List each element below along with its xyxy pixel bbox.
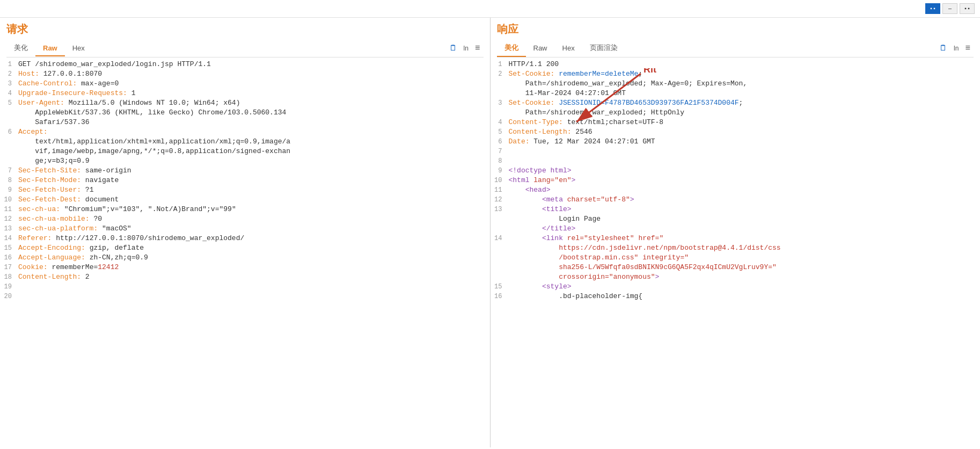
table-row: 3Set-Cookie: JSESSIONID=F4787BD4653D9397… (491, 98, 981, 108)
line-number: 2 (0, 69, 16, 79)
line-number: 13 (0, 224, 16, 234)
line-content: <html lang="en"> (507, 176, 981, 185)
line-content: text/html,application/xhtml+xml,applicat… (16, 137, 490, 147)
menu-icon-left[interactable]: ≡ (472, 41, 484, 55)
line-number (0, 118, 16, 127)
table-row: vif,image/webp,image/apng,*/*;q=0.8,appl… (0, 147, 490, 156)
line-content: Path=/shirodemo_war_exploded; HttpOnly (507, 108, 981, 118)
response-panel: 响应 美化 Raw Hex 页面渲染 🗒 ln ≡ 1HTTP/1.1 2002… (491, 18, 981, 447)
line-content: AppleWebKit/537.36 (KHTML, like Gecko) C… (16, 108, 490, 118)
table-row: 4Content-Type: text/html;charset=UTF-8 (491, 118, 981, 127)
line-content (507, 156, 981, 166)
line-number: 3 (491, 98, 507, 108)
line-number (0, 108, 16, 118)
line-content: Cache-Control: max-age=0 (16, 79, 490, 89)
line-content: vif,image/webp,image/apng,*/*;q=0.8,appl… (16, 147, 490, 156)
line-content: Sec-Fetch-User: ?1 (16, 185, 490, 195)
table-row: 2Host: 127.0.0.1:8070 (0, 69, 490, 79)
tab-beautify-left[interactable]: 美化 (6, 40, 35, 57)
line-number: 15 (491, 282, 507, 292)
request-tab-bar: 美化 Raw Hex 🗒 ln ≡ (6, 40, 484, 57)
line-number: 1 (491, 60, 507, 69)
line-number (0, 147, 16, 156)
line-content: GET /shirodemo_war_exploded/login.jsp HT… (16, 60, 490, 69)
line-number (491, 89, 507, 98)
main-layout: 请求 美化 Raw Hex 🗒 ln ≡ 1GET /shirodemo_war… (0, 18, 980, 447)
line-content (16, 282, 490, 292)
table-row: 10Sec-Fetch-Dest: document (0, 195, 490, 205)
line-content: Date: Tue, 12 Mar 2024 04:27:01 GMT (507, 137, 981, 147)
table-row: 7Sec-Fetch-Site: same-origin (0, 166, 490, 176)
table-row: sha256-L/W5Wfqfa0sdBNIKN9cG6QA5F2qx4qICm… (491, 263, 981, 272)
copy-icon-left[interactable]: 🗒 (446, 41, 460, 55)
layout-btn-3[interactable]: ▪▪ (960, 3, 975, 14)
table-row: 1HTTP/1.1 200 (491, 60, 981, 69)
line-number (491, 224, 507, 234)
table-row: 13sec-ch-ua-platform: "macOS" (0, 224, 490, 234)
table-row: 1GET /shirodemo_war_exploded/login.jsp H… (0, 60, 490, 69)
line-number: 11 (491, 185, 507, 195)
line-number: 13 (491, 205, 507, 214)
line-content: Safari/537.36 (16, 118, 490, 127)
line-number (0, 137, 16, 147)
line-content: Cookie: rememberMe=12412 (16, 263, 490, 272)
line-number: 18 (0, 272, 16, 282)
line-number: 14 (0, 234, 16, 243)
line-content: Accept-Language: zh-CN,zh;q=0.9 (16, 253, 490, 263)
table-row: 12sec-ch-ua-mobile: ?0 (0, 214, 490, 224)
tab-raw-left[interactable]: Raw (35, 41, 65, 56)
table-row: 8 (491, 156, 981, 166)
tab-hex-right[interactable]: Hex (555, 41, 582, 56)
tab-beautify-right[interactable]: 美化 (497, 40, 526, 57)
line-content: sec-ch-ua: "Chromium";v="103", ".Not/A)B… (16, 205, 490, 214)
line-number: 7 (0, 166, 16, 176)
menu-icon-right[interactable]: ≡ (962, 41, 974, 55)
line-content: <head> (507, 185, 981, 195)
line-content: <meta charset="utf-8"> (507, 195, 981, 205)
line-number: 3 (0, 79, 16, 89)
line-content (507, 147, 981, 156)
table-row: 12 <meta charset="utf-8"> (491, 195, 981, 205)
line-content: 11-Mar-2024 04:27:01 GMT (507, 89, 981, 98)
layout-btn-1[interactable]: ▪▪ (925, 3, 940, 14)
line-number (491, 253, 507, 263)
tab-hex-left[interactable]: Hex (65, 41, 92, 56)
line-number: 4 (491, 118, 507, 127)
tab-raw-right[interactable]: Raw (526, 41, 555, 56)
line-content: <title> (507, 205, 981, 214)
line-content: User-Agent: Mozilla/5.0 (Windows NT 10.0… (16, 98, 490, 108)
table-row: AppleWebKit/537.36 (KHTML, like Gecko) C… (0, 108, 490, 118)
line-number: 11 (0, 205, 16, 214)
line-number: 8 (0, 176, 16, 185)
table-row: </title> (491, 224, 981, 234)
ln-label-left[interactable]: ln (460, 42, 472, 54)
line-number: 6 (0, 127, 16, 137)
line-number: 14 (491, 234, 507, 243)
table-row: 3Cache-Control: max-age=0 (0, 79, 490, 89)
line-number (491, 214, 507, 224)
line-content: sec-ch-ua-mobile: ?0 (16, 214, 490, 224)
response-content: 1HTTP/1.1 2002Set-Cookie: rememberMe=del… (491, 57, 981, 447)
table-row: 19 (0, 282, 490, 292)
table-row: 13 <title> (491, 205, 981, 214)
layout-btn-2[interactable]: — (942, 3, 957, 14)
line-content: HTTP/1.1 200 (507, 60, 981, 69)
line-number: 8 (491, 156, 507, 166)
response-header: 响应 美化 Raw Hex 页面渲染 🗒 ln ≡ (491, 18, 981, 57)
request-content: 1GET /shirodemo_war_exploded/login.jsp H… (0, 57, 490, 447)
copy-icon-right[interactable]: 🗒 (936, 41, 950, 55)
line-number: 5 (0, 98, 16, 108)
ln-label-right[interactable]: ln (950, 42, 962, 54)
line-number (0, 156, 16, 166)
table-row: 14 <link rel="stylesheet" href=" (491, 234, 981, 243)
line-number: 20 (0, 292, 16, 301)
line-number (491, 108, 507, 118)
line-content: <style> (507, 282, 981, 292)
table-row: 2Set-Cookie: rememberMe=deleteMe; (491, 69, 981, 79)
line-number: 16 (0, 253, 16, 263)
line-content: Sec-Fetch-Site: same-origin (16, 166, 490, 176)
tab-render-right[interactable]: 页面渲染 (582, 40, 625, 57)
line-content: Sec-Fetch-Dest: document (16, 195, 490, 205)
line-content: sec-ch-ua-platform: "macOS" (16, 224, 490, 234)
line-number: 19 (0, 282, 16, 292)
